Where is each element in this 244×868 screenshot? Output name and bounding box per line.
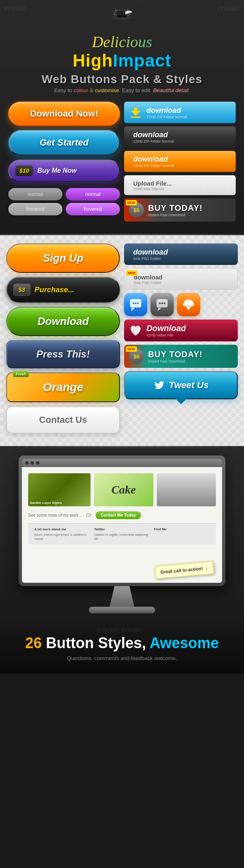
dl-text-group-1: download 12mb ZIP Folder Normal bbox=[146, 106, 187, 119]
buy-me-now-button[interactable]: $10 Buy Me Now bbox=[8, 160, 120, 182]
svg-point-28 bbox=[163, 302, 165, 304]
dl-text-group-buy-1: BUY TODAY! Instant Fast Download bbox=[148, 203, 203, 217]
orange-label: Orange bbox=[43, 381, 83, 393]
twitter-title: Twitter bbox=[94, 527, 150, 532]
section-footer: envato envato 26 Button Styles, Awesome … bbox=[0, 618, 244, 674]
svg-point-23 bbox=[137, 302, 139, 304]
facebook-title: Find Me bbox=[154, 527, 210, 532]
svg-marker-32 bbox=[186, 307, 191, 310]
thumb-1: Garden Layer Styles bbox=[28, 473, 91, 506]
monitor-contact-btn[interactable]: Contact Me Today bbox=[96, 511, 141, 519]
svg-marker-6 bbox=[131, 107, 141, 116]
btn-hovered-gray[interactable]: hovered bbox=[8, 203, 62, 215]
buttons-grid-1: Download Now! Get Started $10 Buy Me Now… bbox=[6, 102, 238, 222]
buttons-grid-2: Sign Up $3 Purchase... Download Press Th… bbox=[6, 243, 238, 434]
cloud-orange-button[interactable] bbox=[177, 293, 200, 316]
tweet-us-button[interactable]: Tweet Us bbox=[124, 371, 238, 399]
footer-subtitle: Questions, comments and feedback welcome… bbox=[8, 655, 236, 661]
right-buttons-2: download 2mb PSD Folder NEW download 2mb… bbox=[124, 243, 238, 434]
dl-btn-upload[interactable]: Upload File... 10mb Max Filesize bbox=[124, 175, 236, 195]
btn-normal-purple[interactable]: normal bbox=[66, 188, 120, 200]
or-text: Or bbox=[86, 513, 91, 518]
state-buttons: normal hovered normal hovered bbox=[8, 188, 120, 215]
dl-subtitle-2: 12mb ZIP Folder Normal bbox=[133, 139, 174, 143]
contact-us-button[interactable]: Contact Us bbox=[6, 406, 120, 434]
sticker-arrow-icon: ↓ bbox=[205, 565, 209, 571]
svg-point-30 bbox=[183, 302, 189, 306]
right-buttons-1: download 12mb ZIP Folder Normal download… bbox=[124, 102, 236, 222]
btn-hovered-purple[interactable]: hovered bbox=[66, 203, 120, 215]
press-this-button[interactable]: Press This! bbox=[6, 340, 120, 368]
dl-title-3: download bbox=[133, 155, 174, 164]
footer-number: 26 bbox=[25, 634, 42, 651]
icon-btns-row bbox=[124, 293, 238, 316]
footer-col-twitter: Twitter sodales mi sagittis, consectetur… bbox=[94, 527, 150, 541]
dl-title-s2-1: download bbox=[133, 248, 168, 257]
download-green-button[interactable]: Download bbox=[6, 307, 120, 336]
monitor-footer: A bit more about me ipsum, pretium eget … bbox=[28, 523, 216, 544]
svg-point-26 bbox=[159, 302, 161, 304]
purchase-button[interactable]: $3 Purchase... bbox=[6, 277, 120, 303]
dl-title-2: download bbox=[133, 131, 174, 139]
thumb-3 bbox=[157, 473, 216, 506]
sticker-text: Great call to action! bbox=[160, 566, 203, 575]
new-badge-s2: NEW bbox=[126, 270, 137, 276]
svg-marker-20 bbox=[131, 308, 135, 311]
buy-today-title-2: BUY TODAY! bbox=[148, 350, 203, 359]
dl-text-buy-today: BUY TODAY! Instant Fast Download bbox=[148, 350, 203, 363]
dl-text-group-2: download 12mb ZIP Folder Normal bbox=[133, 131, 174, 143]
footer-title: 26 Button Styles, Awesome bbox=[8, 634, 236, 652]
purchase-label: Purchase... bbox=[35, 286, 74, 294]
get-started-button[interactable]: Get Started bbox=[8, 130, 120, 155]
orange-button[interactable]: Fresh Orange bbox=[6, 372, 120, 402]
cake-title: Cake bbox=[111, 483, 136, 496]
svg-rect-7 bbox=[131, 117, 141, 118]
chat-blue-button[interactable] bbox=[124, 293, 147, 316]
monitor-stand bbox=[110, 586, 134, 607]
title-impact: Impact bbox=[113, 51, 171, 70]
twitter-text: sodales mi sagittis, consectetur adipisc… bbox=[94, 533, 150, 541]
subtitle-web: Web Buttons Pack & Styles bbox=[6, 73, 238, 86]
state-group-gray: normal hovered bbox=[8, 188, 62, 215]
about-text: ipsum, pretium eget tempor a, sodales in… bbox=[34, 533, 90, 541]
dl-subtitle-1: 12mb ZIP Folder Normal bbox=[146, 115, 187, 119]
dl-btn-dark2-1[interactable]: download 2mb PSD Folder bbox=[124, 243, 238, 265]
sign-up-button[interactable]: Sign Up bbox=[6, 243, 120, 273]
title-highimpact: HighImpact bbox=[6, 51, 238, 71]
dl-btn-blue-1[interactable]: download 12mb ZIP Folder Normal bbox=[124, 102, 236, 123]
about-title: A bit more about me bbox=[34, 527, 90, 532]
footer-awesome: Awesome bbox=[150, 634, 219, 651]
monitor-gallery: Garden Layer Styles Cake bbox=[28, 473, 216, 506]
monitor-screen-area: Garden Layer Styles Cake See some more o… bbox=[22, 459, 222, 583]
download-now-button[interactable]: Download Now! bbox=[8, 102, 120, 126]
thumb-2: Cake bbox=[94, 473, 153, 506]
btn-normal-gray[interactable]: normal bbox=[8, 188, 62, 200]
dl-btn-dark-1[interactable]: download 12mb ZIP Folder Normal bbox=[124, 126, 236, 148]
dl-btn-buy-1[interactable]: NEW $5 BUY TODAY! Instant Fast Download bbox=[124, 198, 236, 222]
title-high: High bbox=[73, 51, 113, 70]
monitor-dot-2 bbox=[31, 461, 34, 465]
buy-today-sub-2: Instant Fast Download bbox=[148, 359, 203, 363]
purchase-price: $3 bbox=[13, 284, 31, 296]
subtitle-easy: Easy to colour & customise. Easy to edit… bbox=[6, 87, 238, 93]
upload-subtitle: 10mb Max Filesize bbox=[133, 187, 172, 191]
dl-title-s2-2: download bbox=[134, 274, 163, 281]
svg-point-21 bbox=[132, 302, 134, 304]
dl-btn-video[interactable]: Download 42mb Video File bbox=[124, 320, 238, 341]
dl-subtitle-s2-2: 2mb PSD Folder bbox=[134, 281, 163, 285]
left-buttons-2: Sign Up $3 Purchase... Download Press Th… bbox=[6, 243, 120, 434]
monitor-see-more: See some more of my work... Or Contact M… bbox=[28, 511, 216, 519]
footer-text1: Button Styles, bbox=[46, 634, 150, 651]
monitor-dot-3 bbox=[36, 461, 39, 465]
monitor-top-bar bbox=[22, 459, 222, 467]
tweet-us-label: Tweet Us bbox=[169, 380, 209, 391]
new-badge-bt: NEW bbox=[126, 346, 137, 352]
dl-title-1: download bbox=[146, 106, 187, 115]
section-dark: envato envato Delicious bbox=[0, 0, 244, 234]
svg-point-22 bbox=[135, 302, 137, 304]
dl-btn-light2-1[interactable]: NEW download 2mb PSD Folder bbox=[124, 268, 238, 290]
chat-gray-button[interactable] bbox=[151, 293, 174, 316]
dl-text-video: Download 42mb Video File bbox=[146, 324, 186, 337]
dl-btn-orange-1[interactable]: download 12mb ZIP Folder Normal bbox=[124, 151, 236, 172]
dl-btn-buy-today[interactable]: NEW $8 BUY TODAY! Instant Fast Download bbox=[124, 345, 238, 368]
